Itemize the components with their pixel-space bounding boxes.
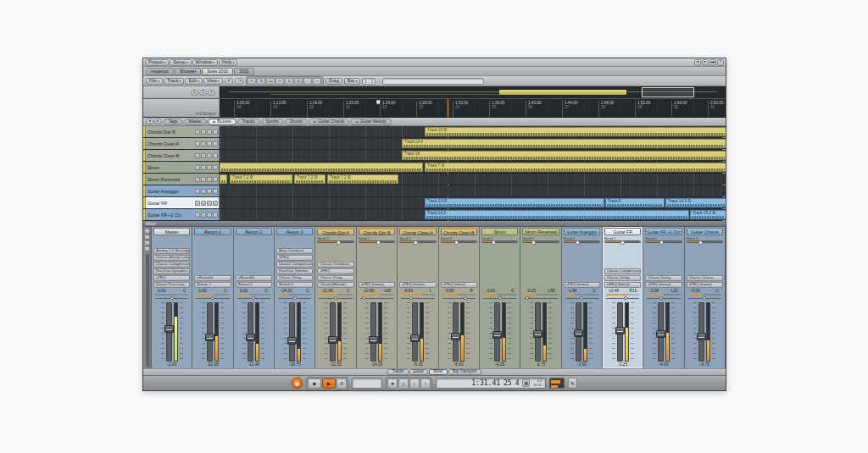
pan-slider[interactable] (483, 296, 516, 301)
volume-fader[interactable] (166, 302, 172, 362)
audio-clip[interactable]: Track 14.2 Φ (665, 198, 726, 207)
insert-slot[interactable]: Classic Delay (604, 275, 641, 281)
pan-knob[interactable] (526, 296, 529, 300)
track-lane[interactable]: Track 13 Φ Track 5 Track 14.2 Φ (220, 197, 726, 208)
pan-slider[interactable] (606, 296, 639, 301)
redo[interactable]: ↷ (235, 78, 243, 85)
track-edit-button[interactable] (213, 201, 218, 206)
arrange-tab-1[interactable]: Master (184, 119, 207, 125)
track-monitor-button[interactable] (207, 141, 212, 146)
arrangement-overview[interactable] (220, 86, 726, 98)
arrange-tab-7[interactable]: Guitar Melody (350, 119, 392, 125)
track-solo-button[interactable] (201, 201, 206, 206)
insert-slot[interactable]: aPEQ (mono) (441, 282, 477, 288)
track-lane[interactable]: Track 19.4 (220, 138, 726, 149)
stop-button[interactable]: ■ (308, 378, 321, 389)
pointer-tool[interactable]: ↖ (248, 78, 256, 85)
overview-zoom-0[interactable]: 1 (191, 90, 198, 96)
power-button[interactable]: ◉ (292, 378, 303, 389)
fader-handle[interactable] (574, 329, 583, 337)
arrange-tab-5[interactable]: Drums (285, 119, 308, 125)
pan-slider[interactable] (360, 296, 393, 301)
record-button[interactable]: ● (387, 378, 398, 389)
track-mute-button[interactable] (195, 141, 200, 146)
pan-slider[interactable] (401, 296, 434, 301)
mixer-config-button[interactable] (144, 229, 150, 234)
track-header[interactable]: Guitar FR (143, 197, 220, 208)
volume-fader[interactable] (494, 302, 500, 362)
audio-clip[interactable]: Track 7.2 Φ (294, 174, 326, 184)
send-slider[interactable] (441, 240, 477, 243)
track-solo-button[interactable] (201, 153, 206, 158)
volume-fader[interactable] (698, 302, 704, 362)
audio-clip[interactable]: Track 7 Φ (425, 163, 726, 172)
track-header[interactable]: Chords Clean A (143, 138, 220, 149)
eraser-tool[interactable]: ▭ (266, 78, 275, 85)
insert-slot[interactable]: aPEQ (317, 268, 353, 274)
menu-item-0[interactable]: Project (145, 59, 169, 66)
insert-slot[interactable]: aPEQ (276, 255, 313, 261)
track-edit-button[interactable] (213, 141, 218, 146)
insert-slot[interactable]: aPEQ (mono) (399, 282, 436, 288)
track-lane[interactable]: Track 14.3 Track 15.2 Φ (220, 209, 726, 220)
pan-slider[interactable] (442, 296, 476, 301)
loop-button[interactable]: ↺ (337, 378, 347, 389)
insert-slot[interactable]: aReverb4 (194, 275, 231, 281)
pan-knob[interactable] (624, 296, 627, 300)
track-lane[interactable]: Track 15 Φ (220, 126, 726, 137)
track-header[interactable]: Strum (143, 162, 220, 173)
strip-name[interactable]: Strum Reversed (522, 228, 559, 235)
send-slider[interactable] (317, 240, 353, 243)
strip-name[interactable]: Guitar Chorus (687, 228, 723, 235)
overview-zoom-1[interactable]: 2 (199, 90, 207, 96)
pan-knob[interactable] (659, 296, 663, 300)
pan-slider[interactable] (278, 296, 311, 301)
pan-knob[interactable] (334, 296, 337, 300)
volume-fader[interactable] (535, 302, 541, 362)
strip-name[interactable]: Chords Dist B (359, 228, 395, 235)
track-edit-button[interactable] (213, 165, 218, 170)
track-header[interactable]: Chords Clean B (143, 150, 220, 161)
track-edit-button[interactable] (213, 130, 218, 135)
audio-clip[interactable]: Track 15 Φ (425, 127, 726, 136)
track-mute-button[interactable] (195, 153, 200, 158)
play-button[interactable]: ▶ (322, 378, 336, 389)
volume-fader[interactable] (412, 302, 418, 362)
insert-slot[interactable]: FastTrax Trimmer (276, 268, 313, 274)
arrange-tab-0[interactable]: Tags (164, 119, 183, 125)
signature-spinner[interactable]: ↕ (420, 378, 431, 389)
insert-slot[interactable]: aPEQ (mono) (564, 282, 600, 288)
insert-slot[interactable]: Classic Delay (645, 275, 682, 281)
view-tab-0[interactable]: Tracks (387, 369, 408, 375)
track-monitor-button[interactable] (207, 177, 212, 182)
strip-name[interactable]: Master (153, 228, 190, 235)
fader-handle[interactable] (697, 333, 706, 340)
insert-slot[interactable]: Classic Overdrive (317, 262, 353, 268)
pan-knob[interactable] (409, 296, 413, 300)
strip-name[interactable]: Chords Clean A (399, 228, 436, 235)
insert-slot[interactable]: FastTrax Dynamics (153, 268, 190, 274)
pan-knob[interactable] (362, 296, 365, 300)
drag-mode-button[interactable]: Drag (326, 78, 342, 85)
toolbar-menu-1[interactable]: Track (164, 78, 185, 85)
grid-mode-button[interactable]: Bar (344, 78, 361, 85)
audio-clip[interactable]: Track 19.4 (402, 139, 726, 148)
fader-handle[interactable] (205, 334, 214, 341)
audio-clip[interactable] (220, 174, 227, 184)
fader-handle[interactable] (164, 325, 174, 333)
volume-fader[interactable] (370, 302, 376, 362)
track-mute-button[interactable] (195, 130, 200, 135)
mixer-scrollbar[interactable] (146, 254, 149, 367)
project-tab-1[interactable]: Browser (175, 68, 201, 75)
send-slider[interactable] (522, 240, 559, 243)
zoom-ratio-field[interactable]: 1 : 1 (362, 78, 376, 85)
insert-slot[interactable]: aPEQ (mono) (604, 282, 641, 288)
insert-slot[interactable]: Return 1 (194, 282, 231, 288)
view-tab-3[interactable]: Big Transport (448, 369, 481, 375)
track-lane[interactable]: Track 7 Φ (220, 162, 726, 173)
grid-display-button[interactable]: ▦ (522, 379, 530, 387)
pan-knob[interactable] (252, 296, 255, 300)
fader-handle[interactable] (410, 334, 420, 342)
send-slider[interactable] (359, 240, 395, 243)
strip-name[interactable]: Return 3 (276, 228, 313, 235)
